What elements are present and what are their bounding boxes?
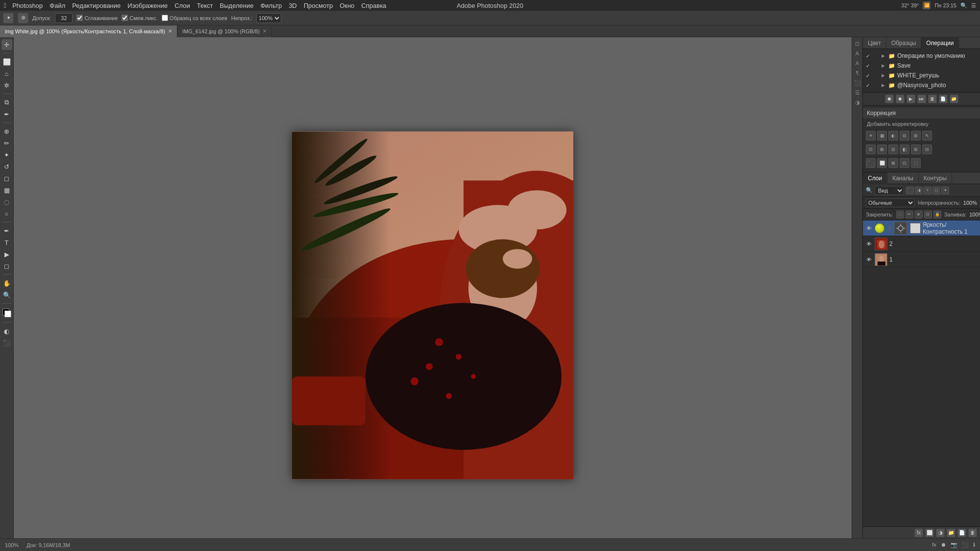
fx-icon[interactable]: fx: [932, 542, 936, 548]
status-info-icon[interactable]: ℹ: [973, 542, 975, 548]
menu-3d[interactable]: 3D: [289, 2, 297, 9]
tool-eyedropper[interactable]: ✒: [1, 109, 12, 120]
menu-layers[interactable]: Слои: [174, 2, 190, 9]
swatches-panel-icon[interactable]: A: [853, 49, 862, 58]
tool-crop[interactable]: ⧉: [1, 97, 12, 108]
corr-vibrance[interactable]: ⊡: [900, 158, 909, 168]
apple-icon[interactable]: : [4, 1, 6, 9]
tool-zoom[interactable]: 🔍: [1, 289, 12, 300]
filter-pixel-icon[interactable]: ⬛: [906, 187, 914, 194]
tab-operations[interactable]: Операции: [921, 37, 959, 49]
color-boxes[interactable]: [2, 309, 11, 317]
layers-filter-dropdown[interactable]: Вид: [875, 186, 904, 195]
layer-item-0[interactable]: 👁 ⛓ Яркость/Контрастнос: [863, 220, 980, 236]
doc-tab-1-close[interactable]: ✕: [263, 28, 267, 34]
notifications-icon[interactable]: ☰: [971, 2, 976, 9]
tool-pen[interactable]: ✒: [1, 225, 12, 236]
spotlight-icon[interactable]: 🔍: [960, 2, 967, 9]
corr-channel-mix[interactable]: ⊟: [888, 144, 898, 154]
tool-magic-wand[interactable]: ✲: [1, 80, 12, 91]
lock-all-btn[interactable]: 🔒: [933, 211, 941, 218]
layer-eye-1[interactable]: 👁: [865, 240, 873, 248]
btn-delete-ops[interactable]: 🗑: [928, 95, 937, 103]
filter-adj-icon[interactable]: ◑: [915, 187, 923, 194]
all-layers-checkbox[interactable]: [162, 15, 168, 21]
blend-mode-select[interactable]: Обычные: [866, 198, 915, 207]
ops-row-1[interactable]: ✓ ▶ 📁 Save: [863, 61, 980, 71]
menu-filter[interactable]: Фильтр: [260, 2, 282, 9]
tool-blur[interactable]: ◌: [1, 196, 12, 207]
lock-transparency-btn[interactable]: ⬚: [896, 211, 904, 218]
corr-exposure[interactable]: ⊟: [900, 131, 909, 141]
tool-shape[interactable]: ◻: [1, 261, 12, 271]
layer-item-1[interactable]: 👁 2: [863, 236, 980, 252]
menu-text[interactable]: Текст: [197, 2, 213, 9]
tool-preset-icon[interactable]: ✦: [3, 13, 14, 24]
corr-photo-filter[interactable]: ⊠: [877, 144, 887, 154]
magic-wand-icon[interactable]: ✲: [18, 13, 28, 24]
tab-layers[interactable]: Слои: [863, 172, 887, 184]
btn-stop[interactable]: ⏹: [885, 95, 894, 103]
corr-posterize[interactable]: ⊟: [922, 144, 932, 154]
layer-eye-0[interactable]: 👁: [865, 224, 873, 232]
menu-select[interactable]: Выделение: [220, 2, 254, 9]
status-camera-icon[interactable]: 📷: [951, 542, 957, 548]
btn-play[interactable]: ▶: [906, 95, 915, 103]
tool-brush[interactable]: ✏: [1, 138, 12, 148]
corr-selective-color[interactable]: ⊠: [888, 158, 898, 168]
corr-gradient-map[interactable]: ⬜: [877, 158, 887, 168]
antialiasing-checkbox[interactable]: [76, 15, 83, 21]
tab-swatches[interactable]: Образцы: [886, 37, 921, 49]
btn-layer-new[interactable]: 📄: [957, 528, 966, 537]
tool-path-select[interactable]: ▶: [1, 249, 12, 260]
tool-heal[interactable]: ⊕: [1, 126, 12, 137]
tool-text[interactable]: T: [1, 237, 12, 248]
ops-row-2[interactable]: ✓ ▶ 📁 WHITE_ретушь: [863, 71, 980, 80]
tab-channels[interactable]: Каналы: [887, 172, 919, 184]
corr-curves[interactable]: ◐: [888, 131, 898, 141]
doc-tab-0[interactable]: img White.jpg @ 100% (Яркость/Контрастно…: [0, 25, 177, 37]
lock-artboard-btn[interactable]: ⊡: [924, 211, 932, 218]
tool-quick-mask[interactable]: ◐: [1, 326, 12, 336]
lock-position-btn[interactable]: ⊕: [915, 211, 923, 218]
corr-brightness[interactable]: ☀: [866, 131, 876, 141]
corr-solid-color[interactable]: ⬚: [911, 158, 921, 168]
tool-history-brush[interactable]: ↺: [1, 161, 12, 172]
ops-row-0[interactable]: ✓ ▶ 📁 Операции по умолчанию: [863, 51, 980, 61]
btn-layer-fx[interactable]: fx: [914, 528, 923, 537]
status-layers-icon[interactable]: ⬛: [962, 542, 969, 548]
corr-color-lookup[interactable]: ◧: [900, 144, 909, 154]
menu-window[interactable]: Окно: [340, 2, 354, 9]
btn-step[interactable]: ⏭: [917, 95, 926, 103]
tab-paths[interactable]: Контуры: [919, 172, 952, 184]
menu-image[interactable]: Изображение: [127, 2, 168, 9]
tolerance-input[interactable]: [55, 13, 73, 23]
tool-lasso[interactable]: ⌂: [1, 68, 12, 79]
btn-layer-group[interactable]: 📁: [947, 528, 956, 537]
corr-color-balance[interactable]: ✎: [922, 131, 932, 141]
char-panel-icon[interactable]: A: [853, 59, 862, 68]
btn-layer-mask[interactable]: ⬜: [925, 528, 934, 537]
layers-panel-icon[interactable]: ⬛: [853, 78, 862, 87]
menu-help[interactable]: Справка: [361, 2, 386, 9]
btn-record[interactable]: ⏺: [896, 95, 905, 103]
btn-layer-delete[interactable]: 🗑: [968, 528, 977, 537]
menu-view[interactable]: Просмотр: [304, 2, 333, 9]
menu-edit[interactable]: Редактирование: [72, 2, 121, 9]
tool-hand[interactable]: ✋: [1, 278, 12, 288]
corr-invert[interactable]: ⊞: [911, 144, 921, 154]
background-color[interactable]: [4, 311, 11, 317]
tool-clone-stamp[interactable]: ✦: [1, 149, 12, 160]
corr-levels[interactable]: ▦: [877, 131, 887, 141]
para-panel-icon[interactable]: ¶: [853, 69, 862, 77]
lock-image-btn[interactable]: ✏: [906, 211, 913, 218]
tool-gradient[interactable]: ▦: [1, 185, 12, 195]
menu-photoshop[interactable]: Photoshop: [12, 2, 43, 9]
layer-item-2[interactable]: 👁 1: [863, 252, 980, 267]
doc-tab-0-close[interactable]: ✕: [168, 28, 172, 34]
doc-tab-1[interactable]: IMG_6142.jpg @ 100% (RGB/8) ✕: [177, 25, 272, 37]
filter-smart-icon[interactable]: ✦: [941, 187, 949, 194]
tool-dodge[interactable]: ○: [1, 208, 12, 219]
corr-threshold[interactable]: ⬛: [866, 158, 876, 168]
tool-move[interactable]: ✛: [1, 39, 12, 50]
